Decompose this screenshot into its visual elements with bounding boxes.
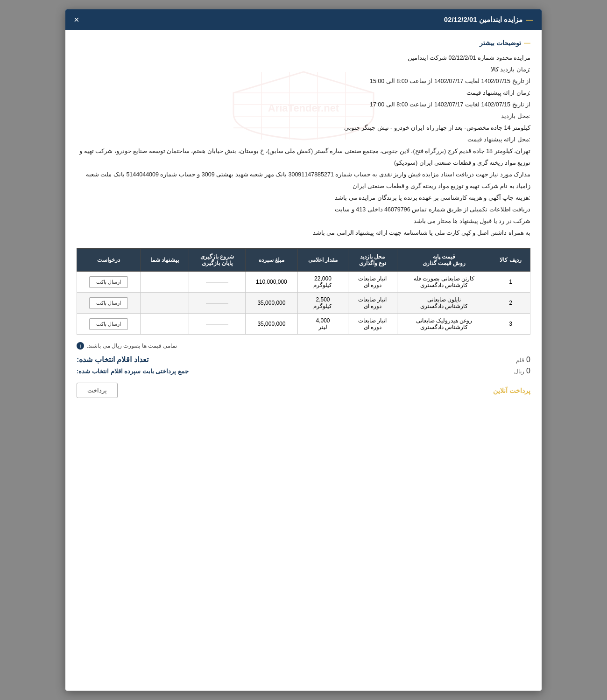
send-packet-button[interactable]: ارسال پاکت [89, 297, 128, 309]
cell-item: نایلون ضایعاتیکارشناس دادگستری [397, 293, 491, 314]
col-header-location: محل بازدیدنوع واگذاری [348, 249, 397, 272]
cell-index: 3 [491, 314, 530, 335]
description-text: مزایده محدود شماره 02/12/2/01 شرکت ایندا… [77, 52, 530, 239]
close-button[interactable]: × [74, 15, 79, 24]
cell-quantity: 4,000لیتر [298, 314, 348, 335]
pay-online-link[interactable]: پرداخت آنلاین [493, 387, 530, 394]
cell-dates: ———— [189, 293, 245, 314]
modal-overlay: مزایده ایندامین 02/12/2/01 × AriaTender.… [0, 0, 607, 700]
cell-deposit: 35,000,000 [245, 314, 297, 335]
cell-deposit: 110,000,000 [245, 272, 297, 293]
col-header-deposit: مبلغ سپرده [245, 249, 297, 272]
total-unit: ریال [514, 368, 524, 375]
price-note: تمامی قیمت ها بصورت ریال می باشند. i [77, 342, 530, 350]
col-header-dates: شروع بازگیریپایان بازگیری [189, 249, 245, 272]
total-row: 0 ریال جمع پرداختی بابت سپرده اقلام انتخ… [77, 367, 530, 375]
count-value: 0 [526, 356, 530, 364]
total-label: جمع پرداختی بابت سپرده اقلام انتخاب شده: [77, 368, 189, 375]
table-row: 1کارتن ضایعاتی بصورت فلهکارشناس دادگستری… [77, 272, 530, 293]
modal-header: مزایده ایندامین 02/12/2/01 × [65, 9, 542, 30]
modal-container: مزایده ایندامین 02/12/2/01 × AriaTender.… [65, 9, 542, 691]
col-header-item: ردیف کالا [491, 249, 530, 272]
cell-quantity: 22,000کیلوگرم [298, 272, 348, 293]
col-header-pricing: قیمت پایهروش قیمت گذاری [397, 249, 491, 272]
table-row: 3روغن هیدرولیک ضایعاتیکارشناس دادگستریان… [77, 314, 530, 335]
cell-location: انبار ضایعاتدوره ای [348, 272, 397, 293]
cell-item: کارتن ضایعاتی بصورت فلهکارشناس دادگستری [397, 272, 491, 293]
cell-dates: ———— [189, 314, 245, 335]
cell-location: انبار ضایعاتدوره ای [348, 314, 397, 335]
total-value: 0 [526, 367, 530, 375]
pay-button[interactable]: پرداخت [77, 383, 118, 398]
description-section-title: توضیحات بیشتر [77, 39, 530, 47]
cell-location: انبار ضایعاتدوره ای [348, 293, 397, 314]
cell-proposal [140, 272, 189, 293]
count-unit: قلم [516, 357, 524, 364]
cell-action[interactable]: ارسال پاکت [77, 293, 141, 314]
col-header-action: درخواست [77, 249, 141, 272]
cell-item: روغن هیدرولیک ضایعاتیکارشناس دادگستری [397, 314, 491, 335]
col-header-proposal: پیشنهاد شما [140, 249, 189, 272]
count-label: تعداد اقلام انتخاب شده: [77, 355, 148, 364]
send-packet-button[interactable]: ارسال پاکت [89, 318, 128, 330]
col-header-quantity: مقدار اعلامی [298, 249, 348, 272]
cell-quantity: 2,500کیلوگرم [298, 293, 348, 314]
cell-action[interactable]: ارسال پاکت [77, 314, 141, 335]
modal-body: AriaTender.net توضیحات بیشتر مزایده محدو… [65, 30, 542, 407]
count-row: 0 قلم تعداد اقلام انتخاب شده: [77, 355, 530, 364]
footer-row: پرداخت آنلاین پرداخت [77, 383, 530, 398]
modal-title: مزایده ایندامین 02/12/2/01 [444, 15, 533, 24]
cell-index: 1 [491, 272, 530, 293]
modal-title-text: مزایده ایندامین 02/12/2/01 [444, 15, 522, 24]
cell-action[interactable]: ارسال پاکت [77, 272, 141, 293]
cell-dates: ———— [189, 272, 245, 293]
cell-proposal [140, 314, 189, 335]
items-table: ردیف کالا قیمت پایهروش قیمت گذاری محل با… [77, 248, 530, 335]
cell-proposal [140, 293, 189, 314]
send-packet-button[interactable]: ارسال پاکت [89, 276, 128, 288]
info-icon: i [77, 342, 84, 350]
cell-index: 2 [491, 293, 530, 314]
cell-deposit: 35,000,000 [245, 293, 297, 314]
table-row: 2نایلون ضایعاتیکارشناس دادگستریانبار ضای… [77, 293, 530, 314]
